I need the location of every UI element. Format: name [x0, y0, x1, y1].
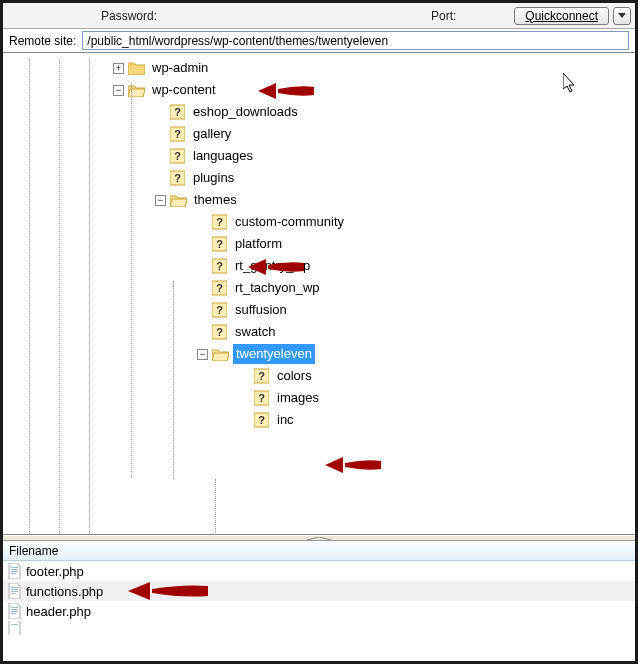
tree-label: rt_gantry_wp [232, 256, 313, 276]
remote-site-input[interactable] [82, 31, 629, 50]
svg-text:?: ? [216, 282, 223, 294]
tree-label-selected: twentyeleven [233, 344, 315, 364]
unknown-folder-icon: ? [212, 236, 227, 252]
file-row[interactable]: header.php [3, 601, 635, 621]
tree-item-inc[interactable]: ? inc [3, 409, 633, 431]
svg-text:?: ? [174, 150, 181, 162]
file-icon [7, 583, 22, 599]
expand-toggle[interactable]: + [113, 63, 124, 74]
tree-item-plugins[interactable]: ? plugins [3, 167, 633, 189]
tree-label: suffusion [232, 300, 290, 320]
tree-item-gallery[interactable]: ? gallery [3, 123, 633, 145]
svg-text:?: ? [258, 370, 265, 382]
chevron-down-icon [618, 13, 626, 18]
svg-text:?: ? [174, 106, 181, 118]
file-row[interactable]: footer.php [3, 561, 635, 581]
tree-item-custom-community[interactable]: ? custom-community [3, 211, 633, 233]
tree-label: wp-admin [149, 58, 211, 78]
tree-label: rt_tachyon_wp [232, 278, 323, 298]
tree-item-rt-gantry[interactable]: ? rt_gantry_wp [3, 255, 633, 277]
tree-item-twentyeleven[interactable]: − twentyeleven [3, 343, 633, 365]
svg-text:?: ? [216, 260, 223, 272]
tree-label: plugins [190, 168, 237, 188]
tree-label: swatch [232, 322, 278, 342]
tree-label: colors [274, 366, 315, 386]
tree-item-rt-tachyon[interactable]: ? rt_tachyon_wp [3, 277, 633, 299]
tree-label: languages [190, 146, 256, 166]
svg-rect-28 [11, 571, 18, 572]
collapse-toggle[interactable]: − [155, 195, 166, 206]
svg-rect-33 [11, 593, 16, 594]
svg-rect-37 [11, 613, 16, 614]
directory-tree[interactable]: + wp-admin − wp-content ? eshop_download… [3, 53, 635, 435]
svg-text:?: ? [216, 238, 223, 250]
tree-item-wp-content[interactable]: − wp-content [3, 79, 633, 101]
file-icon [7, 621, 22, 635]
folder-open-icon [170, 193, 187, 207]
unknown-folder-icon: ? [212, 280, 227, 296]
tree-item-platform[interactable]: ? platform [3, 233, 633, 255]
unknown-folder-icon: ? [170, 104, 185, 120]
file-icon [7, 563, 22, 579]
svg-text:?: ? [216, 326, 223, 338]
collapse-toggle[interactable]: − [197, 349, 208, 360]
unknown-folder-icon: ? [170, 126, 185, 142]
file-icon [7, 603, 22, 619]
tree-item-images[interactable]: ? images [3, 387, 633, 409]
svg-text:?: ? [216, 304, 223, 316]
svg-text:?: ? [174, 172, 181, 184]
collapse-toggle[interactable]: − [113, 85, 124, 96]
file-list[interactable]: footer.php functions.php header.php [3, 561, 635, 635]
svg-text:?: ? [258, 392, 265, 404]
svg-text:?: ? [174, 128, 181, 140]
svg-rect-30 [11, 587, 18, 588]
svg-rect-26 [11, 567, 18, 568]
svg-text:?: ? [258, 414, 265, 426]
tree-item-themes[interactable]: − themes [3, 189, 633, 211]
file-name: header.php [26, 604, 91, 619]
file-row-selected[interactable]: functions.php [3, 581, 635, 601]
folder-open-icon [212, 347, 229, 361]
unknown-folder-icon: ? [212, 302, 227, 318]
remote-site-label: Remote site: [9, 34, 76, 48]
svg-rect-29 [11, 573, 16, 574]
tree-label: themes [191, 190, 240, 210]
unknown-folder-icon: ? [254, 390, 269, 406]
grip-icon [305, 537, 333, 540]
unknown-folder-icon: ? [212, 324, 227, 340]
tree-label: eshop_downloads [190, 102, 301, 122]
remote-tree-pane[interactable]: + wp-admin − wp-content ? eshop_download… [3, 53, 635, 535]
column-header-filename[interactable]: Filename [9, 544, 58, 558]
tree-item-languages[interactable]: ? languages [3, 145, 633, 167]
tree-label: gallery [190, 124, 234, 144]
tree-item-colors[interactable]: ? colors [3, 365, 633, 387]
tree-label: custom-community [232, 212, 347, 232]
file-name: footer.php [26, 564, 84, 579]
port-label: Port: [431, 9, 456, 23]
unknown-folder-icon: ? [212, 214, 227, 230]
unknown-folder-icon: ? [254, 368, 269, 384]
unknown-folder-icon: ? [212, 258, 227, 274]
svg-rect-31 [11, 589, 18, 590]
unknown-folder-icon: ? [170, 170, 185, 186]
svg-text:?: ? [216, 216, 223, 228]
annotation-arrow-icon [325, 451, 381, 479]
file-list-header[interactable]: Filename [3, 541, 635, 561]
svg-rect-32 [11, 591, 18, 592]
tree-label: inc [274, 410, 297, 430]
connection-toolbar: Password: Port: Quickconnect [3, 3, 635, 29]
svg-rect-36 [11, 611, 18, 612]
quickconnect-dropdown-button[interactable] [613, 7, 631, 25]
tree-label: wp-content [149, 80, 219, 100]
tree-label: platform [232, 234, 285, 254]
file-row[interactable] [3, 621, 635, 635]
tree-item-suffusion[interactable]: ? suffusion [3, 299, 633, 321]
tree-label: images [274, 388, 322, 408]
quickconnect-button[interactable]: Quickconnect [514, 7, 609, 25]
svg-rect-27 [11, 569, 18, 570]
svg-rect-34 [11, 607, 18, 608]
tree-item-eshop-downloads[interactable]: ? eshop_downloads [3, 101, 633, 123]
tree-item-swatch[interactable]: ? swatch [3, 321, 633, 343]
tree-item-wp-admin[interactable]: + wp-admin [3, 57, 633, 79]
password-label: Password: [101, 9, 157, 23]
